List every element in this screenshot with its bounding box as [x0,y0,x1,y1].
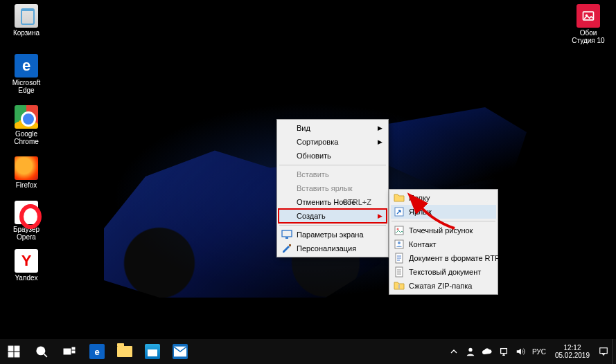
menu-shortcut: CTRL+Z [342,198,371,206]
menu-separator [279,225,386,226]
taskbar-app-store[interactable] [139,339,166,364]
menu-label: Параметры экрана [297,230,364,239]
create-submenu: Папку Ярлык Точечный рисунок Контакт Док… [389,189,498,295]
folder-icon [394,192,405,203]
system-tray: РУС 12:12 05.02.2019 [446,339,616,364]
icon-label: Firefox [6,181,47,189]
rtf-icon [394,253,405,264]
menu-item-view[interactable]: Вид ▶ [279,121,387,135]
desktop-context-menu: Вид ▶ Сортировка ▶ Обновить Вставить Вст… [276,119,389,257]
submenu-arrow-icon: ▶ [378,138,382,145]
zip-folder-icon [394,280,405,291]
svg-rect-18 [64,349,71,354]
desktop-icon-edge[interactable]: e Microsoft Edge [6,54,47,94]
svg-rect-2 [282,230,292,237]
menu-label: Обновить [297,152,331,160]
icon-label: Yandex [6,274,47,282]
desktop-icon-opera[interactable]: Браузер Opera [6,201,47,241]
svg-point-7 [397,228,399,230]
tray-network-icon[interactable] [495,339,512,364]
submenu-item-bitmap[interactable]: Точечный рисунок [391,224,496,237]
tray-language[interactable]: РУС [529,339,549,364]
svg-rect-19 [72,347,75,349]
menu-label: Сжатая ZIP-папка [409,282,472,290]
edge-icon: e [15,54,38,78]
menu-label: Текстовый документ [409,268,481,276]
submenu-item-rtf[interactable]: Документ в формате RTF [391,251,496,265]
menu-separator [279,165,386,165]
menu-item-sort[interactable]: Сортировка ▶ [279,135,387,149]
menu-label: Точечный рисунок [409,226,473,235]
clock-time: 12:12 [555,344,590,352]
store-icon [145,344,160,359]
tray-volume-icon[interactable] [512,339,529,364]
submenu-item-contact[interactable]: Контакт [391,237,496,251]
icon-label: Обои Студия 10 [567,29,609,44]
wallpaper-studio-icon [577,4,600,28]
menu-label: Документ в формате RTF [409,254,500,262]
menu-label: Папку [409,194,430,202]
desktop-icon-chrome[interactable]: Google Chrome [6,105,47,145]
menu-label: Сортировка [297,138,338,146]
icon-label: Google Chrome [6,130,47,145]
taskbar: e РУС 12:12 05.02.2019 [0,339,616,364]
menu-label: Создать [297,212,326,220]
menu-item-paste: Вставить [279,167,387,181]
icon-label: Microsoft Edge [6,79,47,94]
chrome-icon [15,105,38,129]
show-desktop-button[interactable] [612,339,616,364]
search-button[interactable] [28,339,55,364]
svg-point-17 [37,347,44,354]
menu-item-undo[interactable]: Отменить Новое CTRL+Z [279,195,387,209]
desktop-icon-firefox[interactable]: Firefox [6,156,47,189]
menu-label: Вставить ярлык [297,184,353,192]
tray-clock[interactable]: 12:12 05.02.2019 [549,344,595,359]
tray-people-icon[interactable] [462,339,479,364]
svg-rect-6 [395,226,403,235]
submenu-item-folder[interactable]: Папку [391,191,496,205]
menu-label: Персонализация [297,244,356,253]
language-label: РУС [532,348,546,356]
bitmap-icon [394,225,405,236]
desktop-icon-yandex[interactable]: Y Yandex [6,249,47,282]
menu-label: Контакт [409,240,437,248]
edge-icon: e [89,344,105,359]
personalize-icon [281,243,292,254]
menu-label: Вставить [297,170,329,179]
menu-item-personalize[interactable]: Персонализация [279,242,387,255]
display-settings-icon [281,229,292,240]
taskbar-app-mail[interactable] [166,339,194,364]
svg-point-9 [398,242,401,244]
tray-onedrive-icon[interactable] [479,339,495,364]
menu-label: Ярлык [409,208,432,216]
icon-label: Корзина [6,29,47,37]
file-explorer-icon [117,346,132,357]
svg-rect-16 [15,352,19,357]
desktop-icon-recycle-bin[interactable]: Корзина [6,4,47,37]
menu-item-refresh[interactable]: Обновить [279,149,387,163]
submenu-item-zip[interactable]: Сжатая ZIP-папка [391,279,496,293]
tray-action-center-icon[interactable] [595,339,612,364]
taskbar-app-explorer[interactable] [111,339,139,364]
desktop-icon-wallpaper-studio[interactable]: Обои Студия 10 [567,4,609,44]
svg-rect-14 [15,346,19,351]
clock-date: 05.02.2019 [555,352,590,359]
svg-rect-24 [600,348,608,354]
opera-icon [15,201,38,224]
tray-chevron-up-icon[interactable] [446,339,462,364]
svg-rect-15 [8,352,13,357]
shortcut-icon [394,206,405,217]
svg-rect-4 [289,244,291,246]
menu-item-create[interactable]: Создать ▶ [279,209,387,223]
submenu-item-shortcut[interactable]: Ярлык [391,205,496,219]
submenu-item-txt[interactable]: Текстовый документ [391,265,496,279]
menu-item-display-settings[interactable]: Параметры экрана [279,228,387,242]
start-button[interactable] [0,339,28,364]
submenu-arrow-icon: ▶ [378,125,382,131]
task-view-button[interactable] [55,339,83,364]
svg-rect-23 [501,349,507,354]
svg-rect-3 [285,237,288,239]
text-doc-icon [394,266,405,277]
taskbar-app-edge[interactable]: e [83,339,111,364]
recycle-bin-icon [15,4,38,28]
